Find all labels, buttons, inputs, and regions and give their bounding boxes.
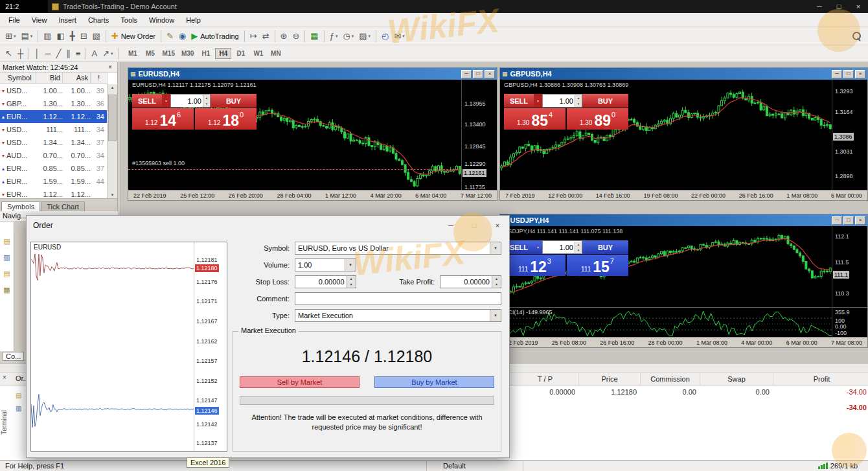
timeframe-m30[interactable]: M30 — [179, 48, 196, 59]
menu-insert[interactable]: Insert — [52, 16, 82, 24]
market-watch-row[interactable]: ▲EUR...1.12...1.12...34 — [0, 110, 108, 123]
buy-price[interactable]: 1.12180 — [195, 108, 257, 130]
alerts-icon[interactable]: ◴ — [380, 30, 391, 43]
chart-plot-eurusd[interactable]: EURUSD,H4 1.12117 1.12175 1.12079 1.1216… — [128, 80, 461, 190]
market-watch-row[interactable]: ▼EUR...1.12...1.12... — [0, 188, 108, 198]
chart-maximize-button[interactable]: □ — [473, 70, 483, 78]
record-icon[interactable]: ◉ — [177, 30, 188, 43]
navigator-icon[interactable]: ╋ — [68, 30, 77, 43]
trendline-icon[interactable]: ╱ — [54, 47, 63, 60]
chart-close-button[interactable]: × — [485, 70, 495, 78]
market-watch-row[interactable]: ▲EUR...0.85...0.85...37 — [0, 162, 108, 175]
market-watch-icon[interactable]: ▥ — [41, 30, 53, 43]
volume-up-icon[interactable]: ▴ — [575, 242, 582, 247]
volume-up-icon[interactable]: ▴ — [575, 95, 582, 101]
buy-price[interactable]: 1.30890 — [567, 108, 628, 130]
menu-tools[interactable]: Tools — [115, 16, 143, 24]
timeframe-m5[interactable]: M5 — [142, 48, 158, 59]
chart-minimize-button[interactable]: ─ — [832, 70, 842, 78]
scroll-down-icon[interactable]: ▾ — [108, 192, 117, 198]
indicators-icon[interactable]: ƒ▾ — [328, 30, 340, 43]
buy-button[interactable]: BUY — [582, 240, 628, 254]
spin-up-icon[interactable]: ▴ — [347, 276, 356, 282]
timeframe-mn[interactable]: MN — [268, 48, 284, 59]
type-select[interactable]: Market Execution ▾ — [295, 309, 501, 322]
volume-input[interactable]: 1.00 ▴▾ — [170, 94, 211, 108]
zoom-in-icon[interactable]: ⊕ — [279, 30, 290, 43]
order-dialog-title-bar[interactable]: Order ─ □ × — [27, 216, 509, 235]
terminal-icon[interactable]: ⊟ — [78, 30, 89, 43]
market-watch-close-icon[interactable]: × — [106, 63, 115, 71]
metaeditor-icon[interactable]: ✎ — [165, 30, 176, 43]
indicators-folder-icon[interactable]: ▥ — [3, 253, 10, 262]
mailbox-icon[interactable]: ✉▾ — [392, 30, 406, 43]
buy-button[interactable]: BUY — [211, 94, 257, 108]
crosshair-icon[interactable]: ┼ — [16, 47, 25, 60]
menu-charts[interactable]: Charts — [82, 16, 115, 24]
spin-down-icon[interactable]: ▾ — [347, 282, 356, 288]
auto-scroll-icon[interactable]: ⇄ — [260, 30, 271, 43]
chevron-down-icon[interactable]: ▾ — [345, 259, 356, 271]
horizontal-line-icon[interactable]: ─ — [43, 47, 52, 60]
vertical-line-icon[interactable]: │ — [32, 47, 41, 60]
menu-file[interactable]: File — [3, 16, 26, 24]
chart-title-bar[interactable]: ▦ EURUSD,H4 ─ □ × — [128, 68, 497, 80]
volume-down-icon[interactable]: ▾ — [575, 247, 582, 253]
market-watch-row[interactable]: ▼USD...1.00...1.00...39 — [0, 84, 108, 97]
minimize-button[interactable]: ─ — [810, 0, 829, 13]
symbol-select[interactable]: EURUSD, Euro vs US Dollar ▾ — [295, 242, 501, 255]
channel-icon[interactable]: ∥ — [64, 47, 73, 60]
zoom-out-icon[interactable]: ⊖ — [290, 30, 301, 43]
cci-indicator-pane[interactable]: CCI(14) -149.9965 355.91000.00-100 — [500, 307, 867, 337]
one-click-menu-caret[interactable]: ▾ — [534, 94, 542, 108]
chart-plot-gbpusd[interactable]: GBPUSD,H4 1.30886 1.30908 1.30763 1.3086… — [500, 80, 832, 190]
menu-window[interactable]: Window — [143, 16, 180, 24]
terminal-close-icon[interactable]: × — [3, 374, 6, 381]
close-button[interactable]: × — [849, 0, 868, 13]
tab-common[interactable]: Co... — [3, 352, 24, 361]
menu-help[interactable]: Help — [180, 16, 207, 24]
new-order-icon[interactable]: ✚New Order — [109, 30, 157, 43]
fibonacci-icon[interactable]: ≡ — [74, 47, 83, 60]
timeframe-m15[interactable]: M15 — [159, 48, 177, 59]
menu-view[interactable]: View — [26, 16, 53, 24]
volume-input[interactable]: 1.00 ▴▾ — [542, 240, 582, 254]
strategy-tester-icon[interactable]: ▧ — [91, 30, 102, 43]
timeframe-d1[interactable]: D1 — [233, 48, 249, 59]
sell-price[interactable]: 1.30854 — [504, 108, 565, 130]
sell-price[interactable]: 1.12146 — [132, 108, 194, 130]
scroll-up-icon[interactable]: ▴ — [108, 85, 117, 90]
periods-icon[interactable]: ◷▾ — [341, 30, 356, 43]
tab-tick-chart[interactable]: Tick Chart — [41, 201, 85, 211]
chart-maximize-button[interactable]: □ — [843, 70, 854, 78]
volume-up-icon[interactable]: ▴ — [203, 95, 210, 101]
dialog-close-button[interactable]: × — [486, 216, 509, 235]
text-icon[interactable]: A — [89, 47, 99, 60]
new-chart-icon[interactable]: ⊞▾ — [3, 30, 17, 43]
timeframe-h4[interactable]: H4 — [215, 48, 231, 59]
tab-symbols[interactable]: Symbols — [1, 201, 40, 211]
sell-button[interactable]: SELL — [504, 94, 534, 108]
tile-windows-icon[interactable]: ▦ — [308, 30, 320, 43]
spin-up-icon[interactable]: ▴ — [492, 276, 501, 282]
scripts-folder-icon[interactable]: ▦ — [3, 286, 10, 294]
navigator-tree[interactable]: ▤ ▥ ▤ ▦ — [0, 222, 14, 351]
chart-shift-icon[interactable]: ↦ — [248, 30, 259, 43]
chart-close-button[interactable]: × — [855, 70, 865, 78]
volume-down-icon[interactable]: ▾ — [575, 101, 582, 107]
timeframe-w1[interactable]: W1 — [250, 48, 266, 59]
volume-input[interactable]: 1.00 ▴▾ — [542, 94, 582, 108]
buy-by-market-button[interactable]: Buy by Market — [374, 376, 494, 388]
accounts-icon[interactable]: ▤ — [3, 237, 10, 246]
autotrading-icon[interactable]: ▶AutoTrading — [189, 30, 241, 43]
market-watch-scrollbar[interactable]: ▴ ▾ — [107, 84, 117, 198]
timeframe-h1[interactable]: H1 — [198, 48, 214, 59]
market-watch-row[interactable]: ▼USD...111...111...34 — [0, 123, 108, 136]
chart-plot-usdjpy[interactable]: USDJPY,H4 111.141 111.141 111.075 111.13… — [500, 226, 832, 307]
one-click-menu-caret[interactable]: ▾ — [162, 94, 170, 108]
volume-down-icon[interactable]: ▾ — [203, 101, 210, 107]
maximize-button[interactable]: □ — [829, 0, 849, 13]
buy-button[interactable]: BUY — [582, 94, 628, 108]
sell-by-market-button[interactable]: Sell by Market — [240, 376, 360, 388]
market-watch-row[interactable]: ▼AUD...0.70...0.70...34 — [0, 149, 108, 162]
